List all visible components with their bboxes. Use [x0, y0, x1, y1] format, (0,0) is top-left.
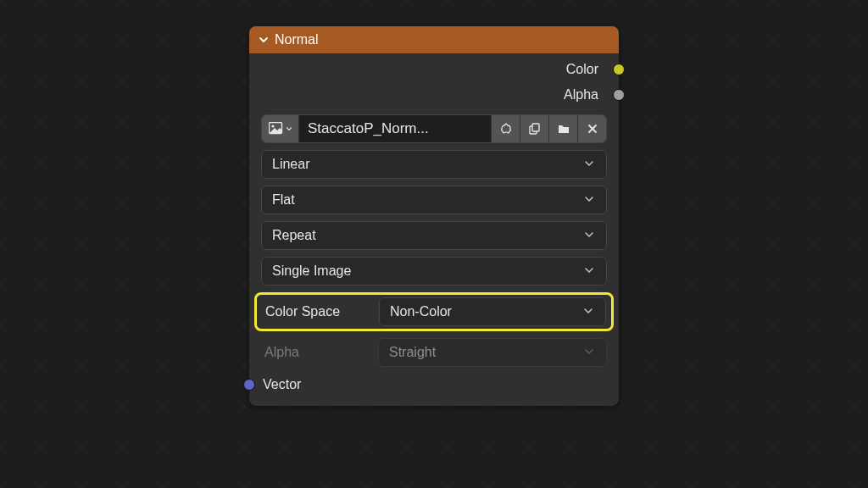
- image-name-text: StaccatoP_Norm...: [308, 120, 429, 137]
- svg-rect-3: [532, 124, 539, 131]
- color-space-dropdown[interactable]: Non-Color: [379, 297, 606, 326]
- interpolation-dropdown[interactable]: Linear: [261, 150, 607, 179]
- socket-alpha-icon[interactable]: [613, 89, 625, 101]
- open-image-button[interactable]: [548, 115, 577, 142]
- chevron-down-icon: [258, 34, 270, 46]
- extension-dropdown[interactable]: Repeat: [261, 221, 607, 250]
- dropdown-value: Linear: [272, 157, 309, 172]
- node-title: Normal: [275, 32, 319, 47]
- dropdown-value: Non-Color: [390, 304, 452, 319]
- chevron-down-icon: [584, 265, 596, 277]
- dropdown-value: Single Image: [272, 263, 351, 279]
- color-space-highlight: Color Space Non-Color: [254, 292, 614, 331]
- image-texture-node[interactable]: Normal Color Alpha Stac: [249, 26, 619, 406]
- dropdown-value: Repeat: [272, 228, 316, 243]
- svg-point-1: [271, 125, 274, 127]
- socket-vector-icon[interactable]: [243, 379, 255, 391]
- alpha-mode-row: Alpha Straight: [261, 338, 607, 367]
- color-space-row: Color Space Non-Color: [262, 297, 606, 326]
- fake-user-button[interactable]: [491, 115, 520, 142]
- source-dropdown[interactable]: Single Image: [261, 257, 607, 286]
- output-socket-alpha[interactable]: Alpha: [249, 82, 619, 108]
- chevron-down-icon: [584, 230, 596, 241]
- unlink-image-button[interactable]: [577, 115, 606, 142]
- image-browse-button[interactable]: [262, 115, 299, 142]
- image-datablock-row: StaccatoP_Norm...: [261, 114, 607, 143]
- input-label: Vector: [263, 377, 301, 392]
- socket-color-icon[interactable]: [613, 64, 625, 75]
- node-header[interactable]: Normal: [249, 26, 619, 53]
- chevron-down-icon: [583, 306, 595, 318]
- dropdown-value: Flat: [272, 192, 295, 208]
- output-label: Color: [566, 62, 598, 77]
- input-socket-vector[interactable]: Vector: [249, 372, 619, 397]
- alpha-mode-label: Alpha: [261, 345, 371, 360]
- node-body: Color Alpha StaccatoP_Norm...: [249, 53, 619, 406]
- color-space-label: Color Space: [262, 304, 372, 319]
- image-name-field[interactable]: StaccatoP_Norm...: [299, 115, 491, 142]
- projection-dropdown[interactable]: Flat: [261, 186, 607, 214]
- chevron-down-icon: [584, 347, 596, 358]
- new-image-button[interactable]: [520, 115, 548, 142]
- chevron-down-icon: [584, 158, 596, 170]
- alpha-mode-dropdown: Straight: [378, 338, 607, 367]
- dropdown-value: Straight: [389, 345, 436, 360]
- chevron-down-icon: [584, 194, 596, 206]
- output-label: Alpha: [564, 87, 598, 103]
- output-socket-color[interactable]: Color: [249, 57, 619, 82]
